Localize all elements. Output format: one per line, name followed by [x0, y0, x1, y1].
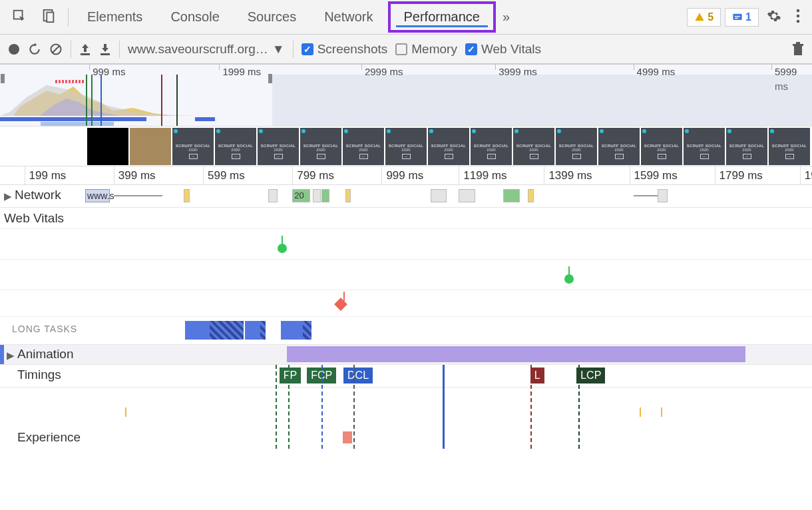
web-vital-bad-marker[interactable]: [334, 298, 347, 311]
svg-line-9: [53, 46, 59, 53]
tab-elements[interactable]: Elements: [74, 4, 156, 30]
ruler-tick: 399 ms: [114, 166, 156, 184]
track-long-tasks[interactable]: LONG TASKS: [0, 317, 812, 345]
svg-rect-10: [81, 53, 90, 55]
network-request[interactable]: [268, 189, 278, 202]
network-request[interactable]: [184, 189, 190, 202]
overview-marker: [101, 75, 102, 126]
timing-vline-lcp: [578, 365, 580, 449]
filmstrip-thumb: SCRUFF SOCIAL2020—: [641, 128, 682, 165]
timing-l-badge[interactable]: L: [530, 368, 544, 383]
tab-console[interactable]: Console: [157, 4, 232, 30]
timing-fp-badge[interactable]: FP: [280, 368, 301, 383]
gear-icon[interactable]: [760, 5, 788, 29]
network-request[interactable]: 20: [292, 189, 310, 202]
svg-rect-12: [794, 46, 802, 55]
filmstrip-thumb: SCRUFF SOCIAL2020—: [684, 128, 725, 165]
recording-selector[interactable]: www.saveourscruff.org… ▼: [128, 42, 285, 57]
network-request[interactable]: [658, 189, 668, 202]
track-color-key: [0, 345, 4, 364]
svg-point-7: [9, 44, 19, 55]
filmstrip-thumb: SCRUFF SOCIAL2020—: [471, 128, 512, 165]
web-vital-good-marker[interactable]: [278, 244, 287, 253]
network-request[interactable]: [503, 189, 519, 202]
checkbox-label: Web Vitals: [481, 42, 541, 57]
network-request[interactable]: [431, 189, 447, 202]
download-profile-icon[interactable]: [99, 43, 111, 56]
clear-button[interactable]: [49, 43, 63, 56]
tab-sources[interactable]: Sources: [234, 4, 309, 30]
animation-span[interactable]: [287, 346, 745, 362]
screenshot-filmstrip[interactable]: SCRUFF SOCIAL2020— SCRUFF SOCIAL2020— SC…: [0, 127, 812, 166]
expand-icon[interactable]: ▶: [7, 350, 15, 362]
overview-blue-bar: [195, 117, 216, 121]
timing-vline-fcp: [288, 365, 290, 449]
network-request[interactable]: [345, 189, 351, 202]
chevron-down-icon: ▼: [272, 42, 285, 57]
track-network[interactable]: ▶ Network www.s 20: [0, 185, 812, 208]
current-time-cursor[interactable]: [443, 365, 445, 449]
selection-handle-left[interactable]: [1, 74, 5, 83]
network-request[interactable]: [528, 189, 534, 202]
divider: [119, 41, 120, 58]
inspect-element-icon[interactable]: [5, 5, 33, 29]
expand-icon[interactable]: ▶: [4, 190, 12, 202]
svg-rect-14: [796, 42, 800, 44]
network-request[interactable]: [459, 189, 475, 202]
checkbox-web-vitals[interactable]: Web Vitals: [465, 42, 541, 57]
device-toolbar-icon[interactable]: [35, 5, 63, 29]
timeline-overview[interactable]: 999 ms 1999 ms 2999 ms 3999 ms 4999 ms 5…: [0, 64, 812, 127]
overview-tick: 1999 ms: [219, 65, 261, 70]
timing-vline-l: [530, 365, 532, 449]
web-vitals-row-3: [0, 290, 812, 317]
track-animation[interactable]: ▶ Animation: [0, 345, 812, 365]
checkbox-memory[interactable]: Memory: [395, 42, 457, 57]
timing-lcp-badge[interactable]: LCP: [576, 368, 605, 383]
track-header-web-vitals[interactable]: Web Vitals: [0, 208, 812, 229]
web-vitals-row-1: [0, 229, 812, 260]
garbage-collect-icon[interactable]: [792, 42, 804, 57]
ruler-tick: 599 ms: [203, 166, 245, 184]
svg-rect-13: [793, 44, 803, 46]
timing-dcl-badge[interactable]: DCL: [343, 368, 373, 383]
experience-event[interactable]: [343, 431, 353, 443]
upload-profile-icon[interactable]: [79, 43, 91, 56]
timings-spacer: [0, 387, 812, 429]
messages-badge[interactable]: 1: [725, 8, 759, 27]
warnings-badge[interactable]: 5: [687, 8, 721, 27]
ruler-tick: 1399 ms: [544, 166, 592, 184]
reload-record-button[interactable]: [28, 43, 41, 56]
svg-point-4: [797, 9, 800, 13]
network-request[interactable]: www.s: [85, 189, 110, 202]
overview-tick: 2999 ms: [361, 65, 403, 70]
more-tabs-icon[interactable]: »: [497, 9, 515, 25]
long-task[interactable]: [245, 321, 266, 340]
track-label: Timings: [17, 368, 61, 382]
filmstrip-thumb: SCRUFF SOCIAL2020—: [598, 128, 640, 165]
kebab-menu-icon[interactable]: [789, 5, 807, 29]
ruler-tick: 199 ms: [25, 166, 67, 184]
network-request[interactable]: [321, 189, 329, 202]
record-button[interactable]: [8, 43, 20, 55]
warnings-count: 5: [708, 11, 713, 23]
checkbox-screenshots[interactable]: Screenshots: [302, 42, 388, 57]
track-timings[interactable]: Timings FP FCP DCL L LCP: [0, 365, 812, 387]
messages-count: 1: [745, 11, 751, 23]
minor-tick: [125, 407, 126, 417]
filmstrip-thumb: [87, 128, 128, 165]
selection-handle-right[interactable]: [268, 74, 272, 83]
long-task[interactable]: [185, 321, 244, 340]
overview-blue-bar: [0, 117, 146, 121]
timing-vline-fp: [276, 365, 277, 449]
long-task[interactable]: [281, 321, 311, 340]
tab-network[interactable]: Network: [311, 4, 386, 30]
web-vital-good-marker[interactable]: [564, 274, 574, 284]
network-request[interactable]: [313, 189, 321, 202]
flamechart-tracks[interactable]: ▶ Network www.s 20 Web Vitals LONG TAS: [0, 185, 812, 449]
ruler-tick: 1599 ms: [630, 166, 678, 184]
track-experience[interactable]: Experience: [0, 429, 812, 449]
tab-performance[interactable]: Performance: [388, 1, 497, 33]
web-vitals-row-2: [0, 260, 812, 290]
filmstrip-thumb: SCRUFF SOCIAL2020—: [258, 128, 299, 165]
filmstrip-thumb: SCRUFF SOCIAL2020—: [385, 128, 427, 165]
